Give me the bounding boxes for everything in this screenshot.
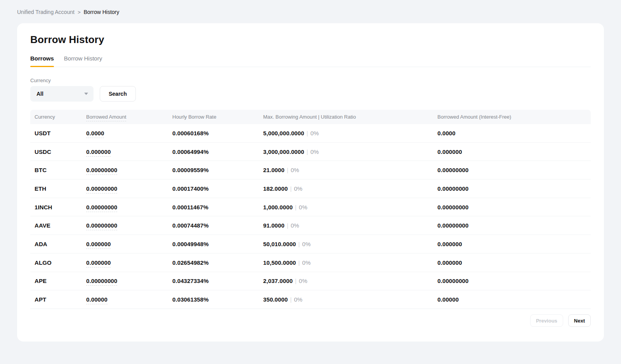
tab-bar: Borrows Borrow History [30, 55, 591, 67]
cell-interest-free-amount: 0.00000000 [437, 222, 591, 229]
utilization-ratio: 0% [291, 222, 299, 229]
utilization-separator: | [296, 241, 302, 247]
tab-borrows[interactable]: Borrows [30, 55, 54, 67]
cell-hourly-borrow-rate: 0.00011467% [172, 204, 263, 210]
cell-currency: ALGO [35, 259, 86, 266]
cell-hourly-borrow-rate: 0.00064994% [172, 148, 263, 155]
cell-currency: AAVE [35, 222, 86, 229]
borrowed-amount-value[interactable]: 0.0000 [86, 130, 104, 138]
table-row: AAVE 0.00000000 0.00074487% 91.0000|0% 0… [30, 216, 591, 235]
breadcrumb-parent-link[interactable]: Unified Trading Account [17, 9, 75, 15]
borrowed-amount-value[interactable]: 0.000000 [86, 259, 111, 267]
table-row: APT 0.00000 0.03061358% 350.0000|0% 0.00… [30, 290, 591, 309]
pagination: Previous Next [530, 314, 591, 327]
borrowed-amount-value[interactable]: 0.00000000 [86, 185, 117, 193]
col-header-hourly-borrow-rate: Hourly Borrow Rate [172, 114, 263, 120]
cell-borrowed-amount: 0.00000 [86, 296, 172, 303]
cell-currency: APE [35, 278, 86, 284]
table-row: 1INCH 0.00000000 0.00011467% 1,000.0000|… [30, 198, 591, 217]
previous-page-button[interactable]: Previous [530, 314, 563, 327]
cell-borrowed-amount: 0.0000 [86, 130, 172, 136]
utilization-separator: | [304, 130, 310, 136]
utilization-separator: | [288, 296, 294, 303]
utilization-separator: | [284, 167, 291, 173]
table-row: USDC 0.000000 0.00064994% 3,000,000.0000… [30, 143, 591, 161]
currency-select[interactable]: All [30, 86, 94, 102]
cell-borrowed-amount: 0.000000 [86, 259, 172, 266]
cell-hourly-borrow-rate: 0.04327334% [172, 278, 263, 284]
cell-hourly-borrow-rate: 0.03061358% [172, 296, 263, 303]
cell-max-borrowing-utilization: 50,010.0000|0% [263, 241, 437, 247]
cell-borrowed-amount: 0.00000000 [86, 278, 172, 284]
cell-hourly-borrow-rate: 0.00074487% [172, 222, 263, 229]
cell-borrowed-amount: 0.00000000 [86, 222, 172, 229]
borrowed-amount-value[interactable]: 0.00000000 [86, 204, 117, 212]
cell-max-borrowing-utilization: 2,037.0000|0% [263, 278, 437, 284]
cell-currency: BTC [35, 167, 86, 173]
cell-max-borrowing-utilization: 1,000.0000|0% [263, 204, 437, 210]
cell-max-borrowing-utilization: 3,000,000.0000|0% [263, 148, 437, 155]
cell-currency: USDC [35, 148, 86, 155]
cell-borrowed-amount: 0.00000000 [86, 167, 172, 173]
breadcrumb: Unified Trading Account > Borrow History [0, 0, 621, 15]
cell-interest-free-amount: 0.00000000 [437, 167, 591, 173]
cell-interest-free-amount: 0.00000000 [437, 204, 591, 210]
cell-interest-free-amount: 0.000000 [437, 148, 591, 155]
filter-section: Currency All Search [30, 78, 591, 102]
utilization-separator: | [288, 185, 294, 192]
cell-interest-free-amount: 0.00000000 [437, 278, 591, 284]
col-header-borrowed-amount: Borrowed Amount [86, 114, 172, 120]
cell-borrowed-amount: 0.000000 [86, 241, 172, 247]
utilization-separator: | [304, 148, 310, 155]
borrowed-amount-value[interactable]: 0.00000000 [86, 222, 117, 230]
table-row: BTC 0.00000000 0.00009559% 21.0000|0% 0.… [30, 161, 591, 179]
col-header-currency: Currency [35, 114, 86, 120]
cell-hourly-borrow-rate: 0.02654982% [172, 259, 263, 266]
cell-borrowed-amount: 0.00000000 [86, 204, 172, 210]
utilization-ratio: 0% [310, 148, 319, 155]
col-header-max-borrowing: Max. Borrowing Amount | Utilization Rati… [263, 114, 437, 120]
cell-hourly-borrow-rate: 0.00009559% [172, 167, 263, 173]
utilization-separator: | [293, 278, 299, 284]
utilization-ratio: 0% [291, 167, 299, 173]
utilization-ratio: 0% [294, 296, 302, 303]
currency-filter-label: Currency [30, 78, 591, 83]
cell-currency: USDT [35, 130, 86, 136]
cell-hourly-borrow-rate: 0.00017400% [172, 185, 263, 192]
cell-hourly-borrow-rate: 0.00060168% [172, 130, 263, 136]
col-header-interest-free: Borrowed Amount (Interest-Free) [437, 114, 591, 120]
utilization-ratio: 0% [302, 259, 311, 266]
borrowed-amount-value[interactable]: 0.000000 [86, 148, 111, 157]
table-row: ALGO 0.000000 0.02654982% 10,500.0000|0%… [30, 254, 591, 272]
table-header-row: Currency Borrowed Amount Hourly Borrow R… [30, 110, 591, 124]
cell-interest-free-amount: 0.00000000 [437, 185, 591, 192]
cell-max-borrowing-utilization: 21.0000|0% [263, 167, 437, 173]
search-button[interactable]: Search [100, 86, 136, 102]
cell-interest-free-amount: 0.00000 [437, 296, 591, 303]
page-title: Borrow History [30, 33, 591, 46]
cell-currency: 1INCH [35, 204, 86, 210]
next-page-button[interactable]: Next [568, 314, 591, 327]
cell-borrowed-amount: 0.000000 [86, 148, 172, 155]
breadcrumb-current: Borrow History [83, 9, 119, 15]
cell-interest-free-amount: 0.000000 [437, 241, 591, 247]
utilization-separator: | [293, 204, 299, 210]
cell-max-borrowing-utilization: 350.0000|0% [263, 296, 437, 303]
currency-select-value: All [36, 91, 43, 97]
table-row: APE 0.00000000 0.04327334% 2,037.0000|0%… [30, 272, 591, 291]
breadcrumb-separator: > [78, 9, 81, 15]
table-row: USDT 0.0000 0.00060168% 5,000,000.0000|0… [30, 124, 591, 143]
borrowed-amount-value[interactable]: 0.00000000 [86, 167, 117, 175]
cell-max-borrowing-utilization: 91.0000|0% [263, 222, 437, 229]
borrowed-amount-value[interactable]: 0.00000 [86, 296, 108, 304]
utilization-ratio: 0% [302, 241, 311, 247]
cell-interest-free-amount: 0.000000 [437, 259, 591, 266]
borrowed-amount-value[interactable]: 0.000000 [86, 241, 111, 249]
borrowed-amount-value[interactable]: 0.00000000 [86, 278, 117, 286]
utilization-ratio: 0% [310, 130, 319, 136]
utilization-separator: | [296, 259, 302, 266]
utilization-separator: | [284, 222, 291, 229]
cell-currency: ETH [35, 185, 86, 192]
cell-max-borrowing-utilization: 10,500.0000|0% [263, 259, 437, 266]
tab-borrow-history[interactable]: Borrow History [64, 55, 102, 67]
